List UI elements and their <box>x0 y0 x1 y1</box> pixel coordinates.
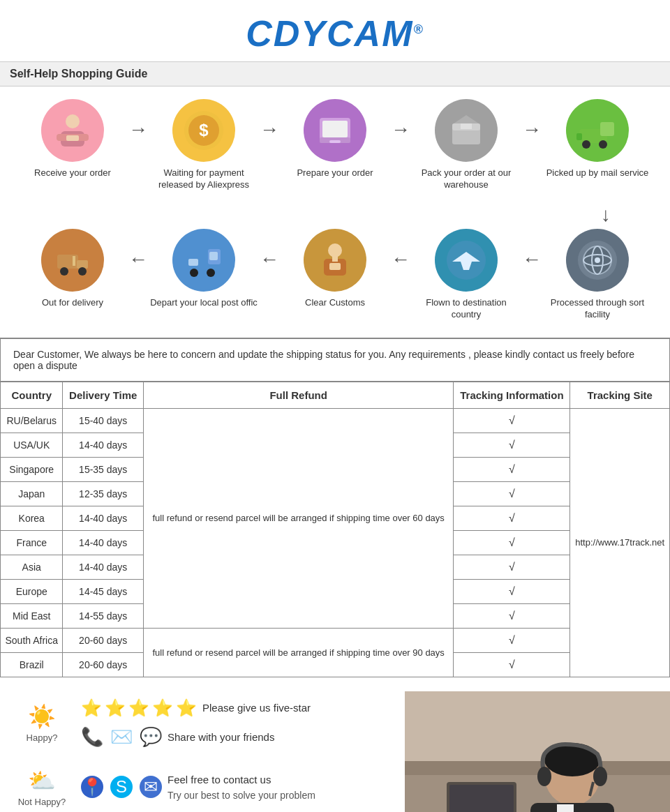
cell-tracking: √ <box>454 555 570 579</box>
col-delivery: Delivery Time <box>63 382 144 408</box>
share-text: Share with your friends <box>168 731 274 743</box>
svg-marker-13 <box>454 115 479 123</box>
happy-label: Happy? <box>27 732 58 743</box>
cs-image <box>405 691 670 812</box>
steps-section: Receive your order → $ Waiting for payme… <box>0 87 670 339</box>
cell-delivery: 15-35 days <box>63 457 144 481</box>
arrow-down: ↓ <box>601 204 611 226</box>
step-label-prepare: Prepare your order <box>297 167 373 179</box>
svg-point-27 <box>190 269 198 277</box>
cell-delivery: 20-60 days <box>63 628 144 652</box>
arrow-4: → <box>522 119 542 141</box>
cell-country: France <box>1 530 63 555</box>
step-icon-prepare <box>304 99 366 162</box>
svg-rect-30 <box>209 252 218 260</box>
contact-text: Feel free to contact us <box>168 774 315 785</box>
step-customs: Clear Customs <box>279 229 391 309</box>
svg-point-28 <box>207 269 215 277</box>
location-icon: 📍 <box>81 776 103 798</box>
svg-rect-34 <box>332 255 338 262</box>
svg-point-17 <box>582 140 590 149</box>
step-prepare: Prepare your order <box>279 99 391 179</box>
cell-tracking: √ <box>454 652 570 677</box>
svg-rect-50 <box>557 804 574 812</box>
col-country: Country <box>1 382 63 408</box>
arrow-1: → <box>128 119 148 141</box>
phone-icon: 📞 <box>81 726 103 748</box>
cell-delivery: 14-45 days <box>63 579 144 603</box>
cell-tracking: √ <box>454 408 570 433</box>
step-icon-receive <box>41 99 104 162</box>
svg-rect-24 <box>73 256 75 266</box>
cell-refund-group1: full refund or resend parcel will be arr… <box>144 408 454 628</box>
cell-country: USA/UK <box>1 433 63 457</box>
shipping-table: Country Delivery Time Full Refund Tracki… <box>0 382 670 677</box>
arrow-5: ← <box>128 248 148 271</box>
step-depart: Depart your local post offic <box>148 229 260 309</box>
cell-delivery: 14-40 days <box>63 555 144 579</box>
step-payment: $ Waiting for payment released by Aliexp… <box>148 99 260 191</box>
cell-tracking: √ <box>454 579 570 603</box>
svg-point-22 <box>60 267 68 276</box>
arrow-2: → <box>260 119 279 141</box>
contact-text-wrap: Feel free to contact us Try our best to … <box>168 774 315 801</box>
svg-rect-16 <box>600 122 614 136</box>
five-star-text: Please give us five-star <box>202 702 311 714</box>
svg-rect-19 <box>576 133 582 140</box>
cell-delivery: 12-35 days <box>63 481 144 506</box>
svg-point-23 <box>78 267 87 276</box>
cell-refund-group2: full refund or resend parcel will be arr… <box>144 628 454 677</box>
cell-delivery: 14-40 days <box>63 530 144 555</box>
svg-rect-8 <box>322 121 348 137</box>
cell-tracking: √ <box>454 603 570 628</box>
col-site: Tracking Site <box>570 382 670 408</box>
table-row: RU/Belarus15-40 daysfull refund or resen… <box>1 408 670 433</box>
arrow-3: → <box>391 119 410 141</box>
star-row: ⭐ ⭐ ⭐ ⭐ ⭐ <box>81 698 197 718</box>
not-happy-label: Not Happy? <box>18 797 66 807</box>
step-icon-pack <box>435 99 498 162</box>
logo: CDYCAM® <box>0 13 670 54</box>
step-icon-processed <box>566 229 629 292</box>
notice-box: Dear Customer, We always be here to conc… <box>0 339 670 382</box>
cell-country: Singapore <box>1 457 63 481</box>
star-4: ⭐ <box>152 698 173 718</box>
arrow-6: ← <box>260 248 279 271</box>
step-receive: Receive your order <box>17 99 128 179</box>
arrow-8: ← <box>522 248 542 271</box>
cell-country: Asia <box>1 555 63 579</box>
cell-tracking: √ <box>454 530 570 555</box>
step-label-pickup: Picked up by mail service <box>546 167 649 179</box>
cell-tracking: √ <box>454 457 570 481</box>
step-icon-delivery <box>41 229 104 292</box>
guide-title: Self-Help Shopping Guide <box>0 61 670 87</box>
not-happy-content: 📍 S ✉ Feel free to contact us Try our be… <box>81 774 315 801</box>
step-label-depart: Depart your local post offic <box>150 297 258 309</box>
col-tracking: Tracking Information <box>454 382 570 408</box>
star-3: ⭐ <box>128 698 149 718</box>
step-icon-flown <box>435 229 498 292</box>
step-label-flown: Flown to destination country <box>410 297 522 321</box>
cell-delivery: 15-40 days <box>63 408 144 433</box>
svg-point-0 <box>66 114 80 128</box>
cell-delivery: 14-40 days <box>63 506 144 530</box>
sun-icon: ☀️ <box>28 703 56 730</box>
step-delivery: Out for delivery <box>17 229 128 309</box>
contact-icons: 📍 S ✉ <box>81 776 162 798</box>
not-happy-item: ⛅ Not Happy? 📍 S ✉ Feel free to contact … <box>14 767 391 807</box>
cell-site: http://www.17track.net <box>570 408 670 677</box>
cell-tracking: √ <box>454 433 570 457</box>
email-icon: ✉️ <box>110 726 133 748</box>
cell-country: RU/Belarus <box>1 408 63 433</box>
step-processed: Processed through sort facility <box>542 229 653 321</box>
step-label-customs: Clear Customs <box>305 297 365 309</box>
cell-delivery: 20-60 days <box>63 652 144 677</box>
bottom-left: ☀️ Happy? ⭐ ⭐ ⭐ ⭐ ⭐ Please give us five-… <box>0 691 405 812</box>
table-row: South Africa20-60 daysfull refund or res… <box>1 628 670 652</box>
cell-tracking: √ <box>454 506 570 530</box>
svg-rect-14 <box>461 123 472 129</box>
star-5: ⭐ <box>176 698 197 718</box>
steps-row-2: Out for delivery ← Depart your local pos… <box>7 229 663 321</box>
svg-rect-53 <box>449 785 514 812</box>
svg-rect-43 <box>405 761 670 775</box>
